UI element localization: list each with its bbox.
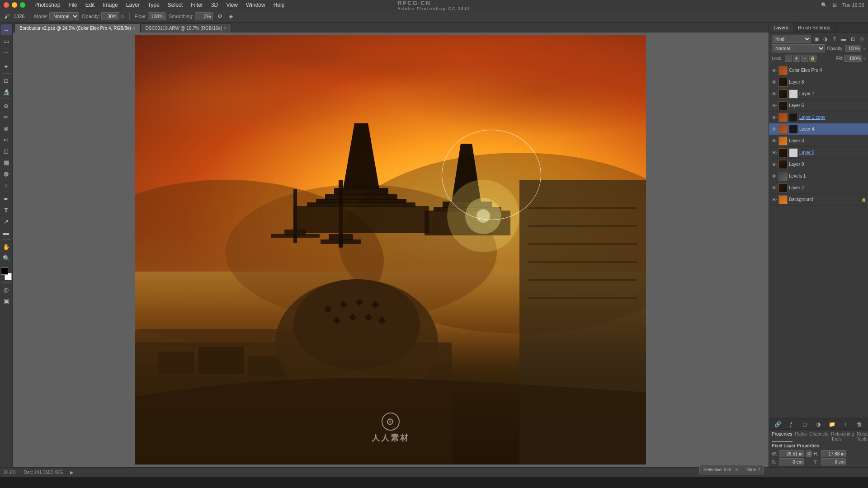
layer-eye-4[interactable]: 👁 <box>771 126 777 132</box>
history-brush-tool[interactable]: ↩ <box>1 134 12 145</box>
menu-help[interactable]: Help <box>270 1 288 9</box>
layer-item-6[interactable]: 👁 Layer 6 <box>769 100 868 112</box>
gradient-tool[interactable]: ▦ <box>1 157 12 168</box>
selective-tool-close-btn[interactable]: ✕ <box>735 467 738 472</box>
add-style-btn[interactable]: ƒ <box>787 420 796 429</box>
shape-tool[interactable]: ▬ <box>1 227 12 238</box>
filter-enable-icon[interactable]: ◎ <box>858 35 865 42</box>
prop-y-input[interactable] <box>821 458 846 465</box>
filter-smart-icon[interactable]: ⊞ <box>849 35 856 42</box>
create-adjustment-btn[interactable]: ◑ <box>814 420 823 429</box>
lock-all-btn[interactable]: 🔒 <box>809 55 816 62</box>
canvas-container[interactable]: ⊙ 人人素材 <box>13 33 769 467</box>
layer-item-5[interactable]: 👁 Layer 5 <box>769 147 868 159</box>
filter-shape-icon[interactable]: ▬ <box>840 35 847 42</box>
layer-item-levels[interactable]: 👁 Levels 1 <box>769 170 868 182</box>
prop-tab-properties[interactable]: Properties <box>772 432 793 441</box>
tab-close-1[interactable]: × <box>133 26 136 31</box>
brush-tool-icon[interactable]: 🖌 <box>3 12 11 20</box>
type-tool[interactable]: T <box>1 205 12 216</box>
layer-item-2[interactable]: 👁 Layer 2 <box>769 182 868 194</box>
layer-eye-6[interactable]: 👁 <box>771 103 777 109</box>
create-layer-btn[interactable]: + <box>841 420 850 429</box>
layer-item-9[interactable]: 👁 Layer 9 <box>769 159 868 170</box>
lasso-tool[interactable]: ⌒ <box>1 50 12 61</box>
magic-wand-tool[interactable]: ✦ <box>1 61 12 72</box>
lock-position-btn[interactable]: ✚ <box>793 55 800 62</box>
opacity-value-input[interactable] <box>845 45 861 52</box>
link-layers-btn[interactable]: 🔗 <box>773 420 782 429</box>
eyedropper-tool[interactable]: 🔬 <box>1 86 12 97</box>
brush-tool[interactable]: ✏ <box>1 112 12 122</box>
filter-adjustment-icon[interactable]: ◑ <box>822 35 829 42</box>
menu-edit[interactable]: Edit <box>82 1 99 9</box>
blur-tool[interactable]: ◍ <box>1 168 12 179</box>
layer-item-1copy[interactable]: 👁 Layer 1 copy <box>769 112 868 123</box>
path-selection-tool[interactable]: ↗ <box>1 216 12 227</box>
fill-dropdown-icon[interactable]: ▾ <box>863 56 865 61</box>
layer-item-7[interactable]: 👁 Layer 7 <box>769 88 868 100</box>
create-group-btn[interactable]: 📁 <box>828 420 837 429</box>
layer-eye-levels[interactable]: 👁 <box>771 173 777 179</box>
pen-tool[interactable]: ✒ <box>1 193 12 204</box>
menu-image[interactable]: Image <box>99 1 121 9</box>
prop-tab-paths[interactable]: Paths <box>795 432 807 441</box>
prop-w-input[interactable] <box>779 450 804 457</box>
menu-3d[interactable]: 3D <box>208 1 222 9</box>
layers-list[interactable]: 👁 Color Efex Pro 4 👁 Layer 8 👁 Layer 7 👁… <box>769 65 868 418</box>
layer-item-4[interactable]: 👁 Layer 4 <box>769 123 868 135</box>
prop-h-input[interactable] <box>821 450 846 457</box>
layers-kind-select[interactable]: Kind <box>772 35 811 43</box>
eraser-tool[interactable]: ◻ <box>1 145 12 156</box>
arrange-icon[interactable]: ⊞ <box>833 2 837 8</box>
crop-tool[interactable]: ⊡ <box>1 75 12 86</box>
prop-tab-channels[interactable]: Channels <box>809 432 828 441</box>
menu-file[interactable]: File <box>65 1 80 9</box>
menu-window[interactable]: Window <box>242 1 269 9</box>
brush-options-icon[interactable]: ◈ <box>226 12 235 20</box>
status-arrow[interactable]: ▶ <box>70 470 74 475</box>
layer-eye-color-efex[interactable]: 👁 <box>771 67 777 74</box>
color-swatches[interactable] <box>1 267 12 280</box>
hand-tool[interactable]: ✋ <box>1 241 12 252</box>
menu-select[interactable]: Select <box>164 1 186 9</box>
menu-photoshop[interactable]: Photoshop <box>31 1 64 9</box>
tab-close-2[interactable]: × <box>224 26 226 31</box>
filter-type-icon[interactable]: T <box>831 35 838 42</box>
smoothing-input[interactable] <box>195 12 213 20</box>
prop-x-input[interactable] <box>779 458 804 465</box>
layer-eye-7[interactable]: 👁 <box>771 91 777 97</box>
layer-eye-1copy[interactable]: 👁 <box>771 114 777 121</box>
flow-input[interactable] <box>148 12 166 20</box>
tab-brush-settings[interactable]: Brush Settings <box>793 23 835 33</box>
move-tool[interactable]: ↔ <box>1 24 12 35</box>
foreground-color-swatch[interactable] <box>1 267 8 275</box>
mode-select[interactable]: Normal <box>49 12 79 20</box>
layer-item-color-efex[interactable]: 👁 Color Efex Pro 4 <box>769 65 868 76</box>
layer-eye-3[interactable]: 👁 <box>771 138 777 144</box>
menu-view[interactable]: View <box>222 1 241 9</box>
layer-eye-8[interactable]: 👁 <box>771 79 777 85</box>
prop-tab-retouching1[interactable]: Retouching Tools <box>831 432 854 441</box>
opacity-input[interactable] <box>101 12 119 20</box>
marquee-tool[interactable]: ▭ <box>1 36 12 47</box>
search-icon[interactable]: 🔍 <box>821 2 827 8</box>
lock-artboard-btn[interactable]: ↔ <box>801 55 808 62</box>
menu-type[interactable]: Type <box>144 1 163 9</box>
layer-eye-2[interactable]: 👁 <box>771 185 777 191</box>
minimize-button[interactable] <box>12 2 17 8</box>
filter-pixel-icon[interactable]: ▣ <box>813 35 820 42</box>
tab-dsc[interactable]: DSC03119.ARW @ 16,7% (RGB/16#) × <box>141 23 231 33</box>
menu-layer[interactable]: Layer <box>123 1 143 9</box>
delete-layer-btn[interactable]: 🗑 <box>855 420 864 429</box>
layer-eye-background[interactable]: 👁 <box>771 197 777 203</box>
layer-item-background[interactable]: 👁 Background 🔒 <box>769 194 868 206</box>
prop-tab-retouching2[interactable]: Retouching Tools <box>857 432 868 441</box>
tab-borobudur[interactable]: Borobudur v2.psb @ 24,6% (Color Efex Pro… <box>14 23 141 33</box>
settings-icon[interactable]: ⚙ <box>216 12 224 20</box>
tab-layers[interactable]: Layers <box>769 23 793 33</box>
dodge-tool[interactable]: ○ <box>1 179 12 190</box>
lock-pixels-btn[interactable]: ⁚ <box>785 55 792 62</box>
spot-healing-tool[interactable]: ⊕ <box>1 100 12 111</box>
layer-item-8[interactable]: 👁 Layer 8 <box>769 76 868 88</box>
